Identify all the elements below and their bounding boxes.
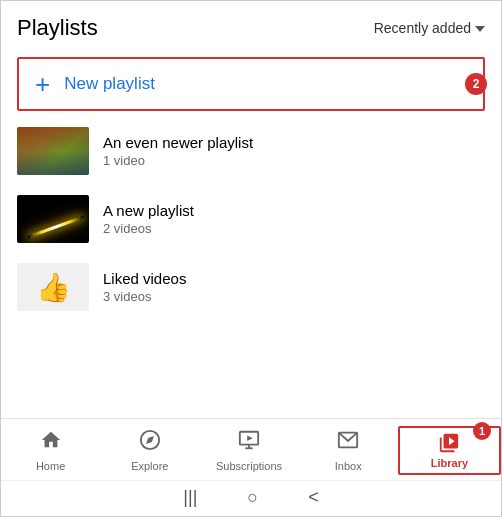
playlist-list: An even newer playlist 1 video A new pla… <box>1 117 501 418</box>
screen: Playlists Recently added + New playlist … <box>0 0 502 517</box>
nav-item-explore[interactable]: Explore <box>100 425 199 476</box>
nav-label-explore: Explore <box>131 460 168 472</box>
playlist-count: 1 video <box>103 153 485 168</box>
playlist-info: Liked videos 3 videos <box>103 270 485 304</box>
playlist-count: 2 videos <box>103 221 485 236</box>
playlist-info: An even newer playlist 1 video <box>103 134 485 168</box>
playlist-name: Liked videos <box>103 270 485 287</box>
explore-icon <box>139 429 161 457</box>
library-badge: 1 <box>473 422 491 440</box>
thumbs-up-icon: 👍 <box>36 271 71 304</box>
sort-button[interactable]: Recently added <box>374 20 485 36</box>
new-playlist-badge: 2 <box>465 73 487 95</box>
new-playlist-label: New playlist <box>64 74 155 94</box>
plus-icon: + <box>35 71 50 97</box>
android-nav-bar: ||| ○ < <box>1 480 501 516</box>
library-icon <box>438 432 460 454</box>
subscriptions-icon <box>238 429 260 457</box>
list-item[interactable]: An even newer playlist 1 video <box>1 117 501 185</box>
chevron-down-icon <box>475 26 485 32</box>
new-playlist-button[interactable]: + New playlist <box>17 57 485 111</box>
playlist-name: An even newer playlist <box>103 134 485 151</box>
playlist-count: 3 videos <box>103 289 485 304</box>
nav-label-inbox: Inbox <box>335 460 362 472</box>
bottom-nav: Home Explore Subscriptions Inbox Library <box>1 418 501 480</box>
playlist-name: A new playlist <box>103 202 485 219</box>
sort-label: Recently added <box>374 20 471 36</box>
svg-marker-5 <box>247 435 253 441</box>
playlist-info: A new playlist 2 videos <box>103 202 485 236</box>
nav-item-home[interactable]: Home <box>1 425 100 476</box>
playlist-thumbnail-arts <box>17 127 89 175</box>
android-back-button[interactable]: < <box>308 487 319 508</box>
android-home-button[interactable]: ○ <box>247 487 258 508</box>
home-icon <box>40 429 62 457</box>
inbox-icon <box>337 429 359 457</box>
nav-label-home: Home <box>36 460 65 472</box>
nav-label-subscriptions: Subscriptions <box>216 460 282 472</box>
list-item[interactable]: 👍 Liked videos 3 videos <box>1 253 501 321</box>
nav-item-library[interactable]: Library 1 <box>398 426 501 475</box>
new-playlist-container: + New playlist 2 <box>1 51 501 117</box>
header: Playlists Recently added <box>1 1 501 51</box>
page-title: Playlists <box>17 15 98 41</box>
playlist-thumbnail-laser <box>17 195 89 243</box>
list-item[interactable]: A new playlist 2 videos <box>1 185 501 253</box>
nav-label-library: Library <box>431 457 468 469</box>
nav-item-subscriptions[interactable]: Subscriptions <box>199 425 298 476</box>
android-menu-button[interactable]: ||| <box>183 487 197 508</box>
playlist-thumbnail-liked: 👍 <box>17 263 89 311</box>
svg-marker-1 <box>146 436 154 444</box>
nav-item-inbox[interactable]: Inbox <box>299 425 398 476</box>
